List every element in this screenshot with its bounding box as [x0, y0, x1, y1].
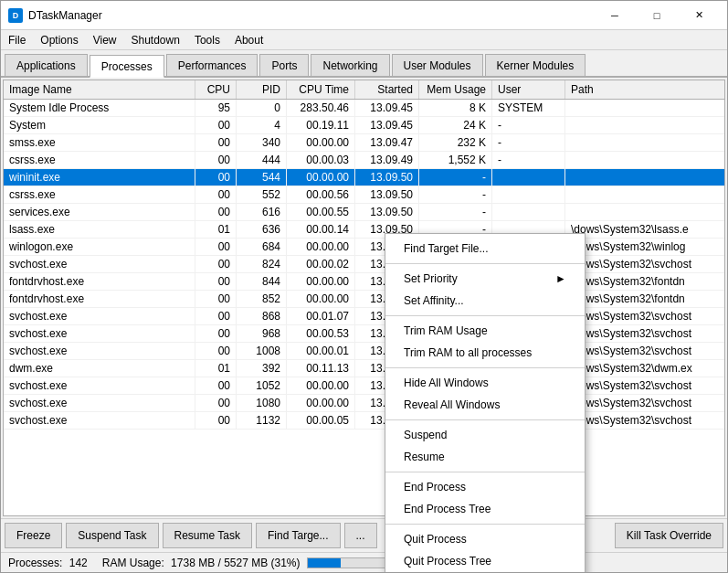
- col-header-started[interactable]: Started: [355, 80, 419, 99]
- cell-pid: 4: [237, 117, 287, 133]
- process-table[interactable]: Image Name CPU PID CPU Time Started Mem …: [3, 80, 725, 516]
- cell-mem: -: [419, 204, 492, 220]
- col-header-cputime[interactable]: CPU Time: [287, 80, 355, 99]
- cell-cputime: 00.00.00: [287, 134, 355, 151]
- table-row[interactable]: dwm.exe 01 392 00.11.13 13.09.50 - \dows…: [4, 360, 724, 377]
- cell-cpu: 00: [195, 186, 237, 203]
- table-row[interactable]: svchost.exe 00 968 00.00.53 13.09.50 - \…: [4, 325, 724, 343]
- cell-image: services.exe: [4, 204, 195, 220]
- table-row[interactable]: svchost.exe 00 1080 00.00.00 13.09.51 - …: [4, 395, 724, 412]
- tab-performances[interactable]: Performances: [166, 54, 258, 76]
- more-button[interactable]: ...: [344, 523, 377, 548]
- ctx-find-target[interactable]: Find Target File...: [385, 238, 585, 260]
- kill-task-override-button[interactable]: Kill Task Override: [615, 523, 723, 548]
- table-row[interactable]: svchost.exe 00 868 00.01.07 13.09.50 - \…: [4, 308, 724, 325]
- cell-cputime: 00.00.55: [287, 204, 355, 220]
- cell-pid: 552: [237, 186, 287, 203]
- cell-pid: 616: [237, 204, 287, 220]
- minimize-button[interactable]: ─: [594, 1, 636, 30]
- table-row[interactable]: wininit.exe 00 544 00.00.00 13.09.50 -: [4, 169, 724, 186]
- cell-pid: 844: [237, 273, 287, 290]
- cell-image: svchost.exe: [4, 325, 195, 342]
- freeze-button[interactable]: Freeze: [5, 523, 62, 548]
- table-body[interactable]: System Idle Process 95 0 283.50.46 13.09…: [4, 100, 724, 513]
- tab-kerner-modules[interactable]: Kerner Modules: [485, 54, 586, 76]
- table-row[interactable]: lsass.exe 01 636 00.00.14 13.09.50 - \do…: [4, 221, 724, 239]
- tab-ports[interactable]: Ports: [259, 54, 309, 76]
- cell-path: \dows\System32\svchost: [565, 412, 724, 429]
- table-row[interactable]: svchost.exe 00 1132 00.00.05 13.09.51 - …: [4, 412, 724, 430]
- cell-cputime: 00.00.53: [287, 325, 355, 342]
- cell-path: \dows\System32\svchost: [565, 256, 724, 272]
- cell-path: \dows\System32\fontdn: [565, 291, 724, 307]
- ctx-resume[interactable]: Resume: [385, 446, 585, 468]
- cell-user: [492, 186, 565, 203]
- table-row[interactable]: svchost.exe 00 1008 00.00.01 13.09.50 - …: [4, 343, 724, 360]
- suspend-task-button[interactable]: Suspend Task: [66, 523, 158, 548]
- ctx-quit-process-tree[interactable]: Quit Process Tree: [385, 550, 585, 572]
- table-row[interactable]: System 00 4 00.19.11 13.09.45 24 K -: [4, 117, 724, 134]
- col-header-user[interactable]: User: [492, 80, 565, 99]
- menu-shutdown[interactable]: Shutdown: [124, 30, 187, 50]
- close-button[interactable]: ✕: [678, 1, 720, 30]
- ram-usage-label: RAM Usage: 1738 MB / 5527 MB (31%): [102, 557, 417, 569]
- table-row[interactable]: winlogon.exe 00 684 00.00.00 13.09.50 - …: [4, 239, 724, 256]
- ctx-trim-ram-all[interactable]: Trim RAM to all processes: [385, 342, 585, 364]
- table-row[interactable]: services.exe 00 616 00.00.55 13.09.50 -: [4, 204, 724, 221]
- ctx-end-process[interactable]: End Process: [385, 476, 585, 498]
- tab-user-modules[interactable]: User Modules: [392, 54, 483, 76]
- ctx-quit-process[interactable]: Quit Process: [385, 528, 585, 550]
- menu-file[interactable]: File: [1, 30, 33, 50]
- ctx-reveal-windows[interactable]: Reveal All Windows: [385, 394, 585, 416]
- ctx-hide-windows[interactable]: Hide All Windows: [385, 372, 585, 394]
- ctx-set-affinity[interactable]: Set Affinity...: [385, 290, 585, 312]
- cell-path: \dows\System32\svchost: [565, 377, 724, 394]
- cell-cputime: 00.00.03: [287, 152, 355, 168]
- cell-cpu: 00: [195, 308, 237, 324]
- col-header-mem[interactable]: Mem Usage: [419, 80, 492, 99]
- col-header-pid[interactable]: PID: [237, 80, 287, 99]
- cell-cpu: 00: [195, 377, 237, 394]
- table-row[interactable]: fontdrvhost.exe 00 844 00.00.00 13.09.50…: [4, 273, 724, 291]
- menu-view[interactable]: View: [86, 30, 124, 50]
- cell-cputime: 00.19.11: [287, 117, 355, 133]
- cell-path: \dows\System32\lsass.e: [565, 221, 724, 238]
- cell-cpu: 95: [195, 100, 237, 116]
- table-row[interactable]: csrss.exe 00 444 00.00.03 13.09.49 1,552…: [4, 152, 724, 169]
- table-row[interactable]: svchost.exe 00 1052 00.00.00 13.09.51 - …: [4, 377, 724, 395]
- ctx-end-process-tree[interactable]: End Process Tree: [385, 498, 585, 520]
- cell-cputime: 283.50.46: [287, 100, 355, 116]
- table-row[interactable]: fontdrvhost.exe 00 852 00.00.00 13.09.50…: [4, 291, 724, 308]
- col-header-path[interactable]: Path: [565, 80, 725, 99]
- tab-networking[interactable]: Networking: [311, 54, 389, 76]
- ctx-suspend[interactable]: Suspend: [385, 424, 585, 446]
- cell-mem: -: [419, 169, 492, 186]
- cell-pid: 444: [237, 152, 287, 168]
- menu-tools[interactable]: Tools: [187, 30, 227, 50]
- cell-path: \dows\System32\svchost: [565, 308, 724, 324]
- cell-path: \dows\System32\winlog: [565, 239, 724, 255]
- ctx-set-priority[interactable]: Set Priority►: [385, 268, 585, 290]
- table-row[interactable]: System Idle Process 95 0 283.50.46 13.09…: [4, 100, 724, 117]
- resume-task-button[interactable]: Resume Task: [163, 523, 252, 548]
- col-header-cpu[interactable]: CPU: [195, 80, 237, 99]
- cell-cpu: 01: [195, 360, 237, 377]
- cell-cputime: 00.11.13: [287, 360, 355, 377]
- tab-applications[interactable]: Applications: [5, 54, 88, 76]
- cell-pid: 1132: [237, 412, 287, 429]
- cell-cpu: 00: [195, 395, 237, 411]
- table-row[interactable]: csrss.exe 00 552 00.00.56 13.09.50 -: [4, 186, 724, 204]
- tab-processes[interactable]: Processes: [90, 55, 164, 78]
- cell-cpu: 00: [195, 169, 237, 186]
- table-row[interactable]: smss.exe 00 340 00.00.00 13.09.47 232 K …: [4, 134, 724, 152]
- col-header-image[interactable]: Image Name: [4, 80, 195, 99]
- ctx-trim-ram[interactable]: Trim RAM Usage: [385, 320, 585, 342]
- menu-options[interactable]: Options: [33, 30, 85, 50]
- menu-about[interactable]: About: [227, 30, 270, 50]
- cell-cputime: 00.00.14: [287, 221, 355, 238]
- cell-pid: 1052: [237, 377, 287, 394]
- cell-cpu: 00: [195, 239, 237, 255]
- find-target-button[interactable]: Find Targe...: [256, 523, 340, 548]
- table-row[interactable]: svchost.exe 00 824 00.00.02 13.09.50 - \…: [4, 256, 724, 273]
- maximize-button[interactable]: □: [636, 1, 678, 30]
